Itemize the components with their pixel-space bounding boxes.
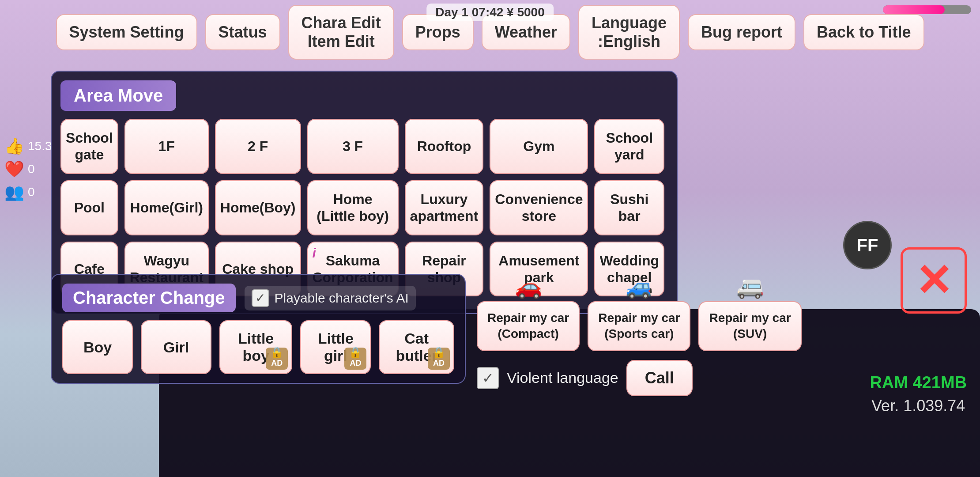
area-btn-home-little-boy[interactable]: Home (Little boy) bbox=[307, 180, 399, 235]
stat1-count: 0 bbox=[28, 162, 35, 176]
char-btn-little-girl[interactable]: Little girl🔒AD bbox=[300, 320, 371, 374]
violent-language-checkbox[interactable]: ✓ bbox=[477, 367, 499, 389]
repair-car-btn-sports[interactable]: Repair my car (Sports car) bbox=[588, 301, 690, 351]
area-btn-convenience-store[interactable]: Convenience store bbox=[490, 180, 588, 235]
char-btn-cat-butler[interactable]: Cat butler🔒AD bbox=[379, 320, 454, 374]
day-indicator: Day 1 07:42 ¥ 5000 bbox=[426, 4, 554, 21]
system-setting-button[interactable]: System Setting bbox=[56, 14, 197, 50]
char-btn-little-boy[interactable]: Little boy🔒AD bbox=[219, 320, 292, 374]
area-btn-pool[interactable]: Pool bbox=[60, 180, 118, 235]
social-sidebar: 👍 15.3 ❤️ 0 👥 0 bbox=[0, 132, 57, 206]
likes-count: 15.3 bbox=[28, 139, 52, 153]
area-btn-school-yard[interactable]: School yard bbox=[594, 119, 664, 174]
language-button[interactable]: Language :English bbox=[578, 5, 680, 60]
stat2-count: 0 bbox=[28, 185, 35, 199]
repair-car-wrapper-suv: 🚐Repair my car (SUV) bbox=[698, 274, 801, 351]
back-to-title-button[interactable]: Back to Title bbox=[803, 14, 924, 50]
version-label: Ver. 1.039.74 bbox=[870, 397, 967, 415]
right-panel: 🚗Repair my car (Compact)🚙Repair my car (… bbox=[477, 274, 802, 405]
close-button[interactable]: ✕ bbox=[901, 247, 967, 314]
stat1-item: ❤️ 0 bbox=[4, 160, 52, 178]
likes-item: 👍 15.3 bbox=[4, 137, 52, 155]
car-icon-suv: 🚐 bbox=[736, 274, 764, 299]
progress-bar-fill bbox=[883, 5, 945, 14]
repair-car-btn-suv[interactable]: Repair my car (SUV) bbox=[698, 301, 801, 351]
repair-car-btn-compact[interactable]: Repair my car (Compact) bbox=[477, 301, 580, 351]
heart-icon: ❤️ bbox=[4, 160, 24, 178]
group-icon: 👥 bbox=[4, 183, 24, 201]
area-btn-school-gate[interactable]: School gate bbox=[60, 119, 118, 174]
violent-language-label: Violent language bbox=[507, 369, 618, 386]
character-change-panel: Character Change ✓ Playable character's … bbox=[51, 274, 466, 384]
repair-cars: 🚗Repair my car (Compact)🚙Repair my car (… bbox=[477, 274, 802, 351]
repair-car-wrapper-sports: 🚙Repair my car (Sports car) bbox=[588, 274, 690, 351]
ai-checkbox-container: ✓ Playable character's AI bbox=[245, 286, 416, 310]
like-icon: 👍 bbox=[4, 137, 24, 155]
bug-report-button[interactable]: Bug report bbox=[688, 14, 795, 50]
area-btn-home-girl[interactable]: Home(Girl) bbox=[124, 180, 209, 235]
repair-car-wrapper-compact: 🚗Repair my car (Compact) bbox=[477, 274, 580, 351]
ai-label: Playable character's AI bbox=[275, 291, 409, 306]
ram-label: RAM 421MB bbox=[870, 373, 967, 392]
chara-edit-button[interactable]: Chara Edit Item Edit bbox=[288, 5, 394, 60]
call-button[interactable]: Call bbox=[626, 360, 693, 396]
status-button[interactable]: Status bbox=[205, 14, 280, 50]
area-btn-3f[interactable]: 3 F bbox=[307, 119, 399, 174]
area-btn-home-boy[interactable]: Home(Boy) bbox=[215, 180, 301, 235]
area-btn-sushi-bar[interactable]: Sushi bar bbox=[594, 180, 664, 235]
char-btn-boy[interactable]: Boy bbox=[62, 320, 133, 374]
area-btn-1f[interactable]: 1F bbox=[124, 119, 209, 174]
char-header: Character Change ✓ Playable character's … bbox=[62, 284, 454, 312]
ai-checkbox[interactable]: ✓ bbox=[252, 289, 269, 307]
char-btn-girl[interactable]: Girl bbox=[141, 320, 211, 374]
character-buttons: BoyGirlLittle boy🔒ADLittle girl🔒ADCat bu… bbox=[62, 320, 454, 374]
car-icon-sports: 🚙 bbox=[626, 274, 653, 299]
ff-button[interactable]: FF bbox=[843, 221, 892, 269]
violent-language-row: ✓ Violent language Call bbox=[477, 360, 802, 396]
area-btn-luxury-apartment[interactable]: Luxury apartment bbox=[405, 180, 484, 235]
character-change-title: Character Change bbox=[62, 284, 236, 312]
area-btn-2f[interactable]: 2 F bbox=[215, 119, 301, 174]
close-x-icon: ✕ bbox=[915, 258, 952, 303]
stat2-item: 👥 0 bbox=[4, 183, 52, 201]
car-icon-compact: 🚗 bbox=[515, 274, 542, 299]
progress-bar bbox=[883, 5, 971, 14]
area-move-title: Area Move bbox=[60, 80, 176, 111]
ram-version-info: RAM 421MB Ver. 1.039.74 bbox=[870, 373, 967, 415]
area-btn-rooftop[interactable]: Rooftop bbox=[405, 119, 484, 174]
area-btn-gym[interactable]: Gym bbox=[490, 119, 588, 174]
